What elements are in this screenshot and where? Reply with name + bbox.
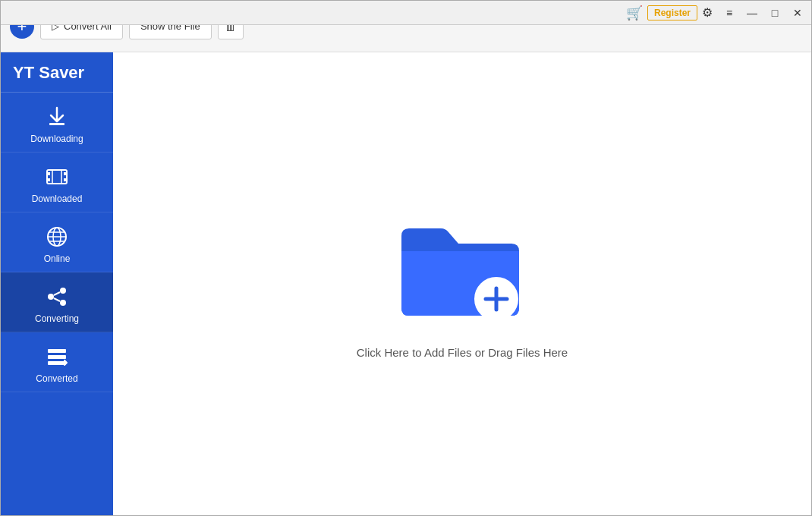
download-icon (43, 103, 71, 131)
online-label: Online (44, 253, 71, 264)
register-button[interactable]: Register (647, 5, 697, 20)
svg-line-16 (54, 292, 60, 295)
svg-rect-0 (49, 123, 65, 125)
drop-area[interactable]: Click Here to Add Files or Drag Files He… (357, 209, 568, 359)
app-body: YT Saver Downloading (1, 52, 811, 515)
downloaded-label: Downloaded (32, 194, 83, 204)
folder-svg (394, 209, 527, 327)
converted-label: Converted (36, 373, 77, 384)
sidebar: YT Saver Downloading (1, 52, 113, 515)
cart-button[interactable]: 🛒 (626, 5, 643, 21)
window-controls: ≡ — □ ✕ (719, 2, 811, 24)
svg-line-17 (54, 298, 60, 301)
globe-icon (43, 223, 71, 250)
list-icon (43, 343, 71, 370)
sidebar-item-converted[interactable]: Converted (1, 332, 113, 392)
film-icon (43, 163, 71, 190)
svg-rect-1 (47, 170, 67, 184)
sidebar-item-downloaded[interactable]: Downloaded (1, 153, 113, 212)
svg-rect-18 (48, 349, 66, 353)
main-content: Click Here to Add Files or Drag Files He… (113, 52, 811, 515)
svg-point-15 (60, 300, 66, 306)
settings-button[interactable]: ⚙ (702, 5, 713, 20)
app-title: YT Saver (1, 52, 113, 93)
title-bar-right: 🛒 Register ⚙ (626, 5, 713, 21)
drop-files-text: Click Here to Add Files or Drag Files He… (357, 346, 568, 359)
sidebar-item-converting[interactable]: Converting (1, 272, 113, 332)
svg-rect-20 (48, 361, 66, 365)
svg-rect-3 (47, 178, 50, 181)
title-bar: 🛒 Register ⚙ ≡ — □ ✕ (1, 1, 811, 25)
downloading-label: Downloading (30, 134, 83, 144)
menu-button[interactable]: ≡ (719, 2, 740, 24)
svg-rect-5 (64, 178, 67, 181)
sidebar-item-online[interactable]: Online (1, 212, 113, 272)
svg-point-14 (48, 294, 54, 300)
cart-icon: 🛒 (626, 5, 643, 20)
svg-rect-4 (64, 172, 67, 175)
folder-icon-container (394, 209, 530, 331)
sidebar-item-downloading[interactable]: Downloading (1, 93, 113, 153)
converting-label: Converting (35, 313, 79, 324)
maximize-button[interactable]: □ (764, 2, 785, 24)
share-icon (43, 283, 71, 310)
minimize-button[interactable]: — (741, 2, 763, 24)
gear-icon: ⚙ (702, 6, 713, 19)
app-window: 🛒 Register ⚙ ≡ — □ ✕ + ▷ Convert All Sho… (0, 0, 812, 516)
svg-point-13 (60, 288, 66, 294)
svg-rect-19 (48, 355, 66, 359)
close-button[interactable]: ✕ (787, 2, 808, 24)
svg-rect-2 (47, 172, 50, 175)
